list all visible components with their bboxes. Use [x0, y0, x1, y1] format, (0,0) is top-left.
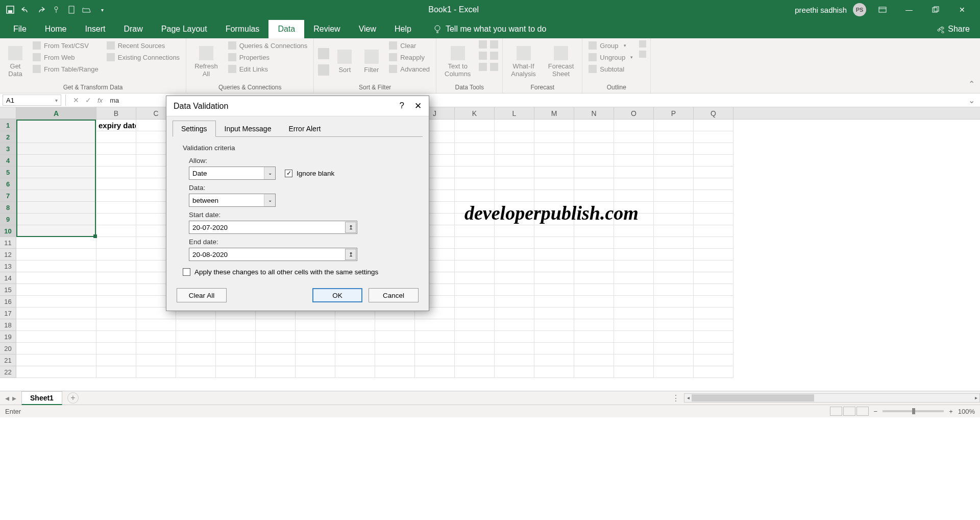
name-box[interactable]: A1 ▾	[3, 94, 61, 106]
cell[interactable]	[455, 366, 495, 378]
cell[interactable]	[694, 284, 733, 296]
reapply-button[interactable]: Reapply	[387, 52, 432, 62]
cell[interactable]	[614, 343, 654, 354]
cell[interactable]	[694, 272, 733, 284]
show-detail-icon[interactable]	[639, 40, 646, 48]
cell[interactable]	[415, 331, 455, 343]
cell[interactable]	[574, 272, 614, 284]
cell[interactable]	[415, 319, 455, 331]
cell[interactable]	[654, 190, 694, 202]
cell[interactable]	[455, 167, 495, 178]
apply-all-checkbox[interactable]: Apply these changes to all other cells w…	[183, 268, 412, 276]
cell[interactable]	[256, 354, 296, 366]
cell[interactable]	[96, 284, 136, 296]
cell[interactable]	[335, 366, 375, 378]
collapse-dialog-icon[interactable]: ↥	[345, 249, 356, 260]
cell[interactable]	[16, 190, 96, 202]
cell[interactable]	[96, 272, 136, 284]
properties-button[interactable]: Properties	[226, 52, 310, 62]
subtotal-button[interactable]: Subtotal	[586, 64, 635, 74]
cell[interactable]	[534, 155, 574, 167]
cell[interactable]	[495, 249, 534, 261]
cell[interactable]	[335, 354, 375, 366]
cell[interactable]	[455, 249, 495, 261]
cell[interactable]	[534, 366, 574, 378]
cell[interactable]	[614, 214, 654, 225]
from-table-range-button[interactable]: From Table/Range	[31, 64, 101, 74]
cell[interactable]	[534, 354, 574, 366]
row-header[interactable]: 19	[0, 331, 16, 343]
cell[interactable]	[455, 120, 495, 131]
page-break-view-icon[interactable]	[856, 407, 869, 416]
cell[interactable]	[614, 237, 654, 249]
user-avatar[interactable]: PS	[853, 3, 866, 16]
cell[interactable]	[96, 249, 136, 261]
row-header[interactable]: 8	[0, 202, 16, 214]
undo-icon[interactable]	[20, 5, 31, 15]
cell[interactable]	[614, 308, 654, 319]
cell[interactable]	[654, 143, 694, 155]
cell[interactable]	[574, 331, 614, 343]
cell[interactable]	[495, 131, 534, 143]
cell[interactable]	[694, 237, 733, 249]
cell[interactable]	[256, 319, 296, 331]
cell[interactable]	[495, 225, 534, 237]
cell[interactable]	[495, 237, 534, 249]
cell[interactable]	[534, 319, 574, 331]
tab-home[interactable]: Home	[36, 20, 76, 38]
row-header[interactable]: 10	[0, 225, 16, 237]
cell[interactable]	[495, 331, 534, 343]
tab-insert[interactable]: Insert	[76, 20, 114, 38]
end-date-input[interactable]: 20-08-2020 ↥	[189, 248, 357, 261]
row-header[interactable]: 12	[0, 249, 16, 261]
clear-all-button[interactable]: Clear All	[177, 288, 227, 302]
zoom-in-icon[interactable]: +	[949, 408, 953, 415]
cell[interactable]	[614, 366, 654, 378]
spreadsheet-grid[interactable]: ABCDEFGHIJKLMNOPQ 1manufacture dateexpir…	[0, 107, 980, 391]
row-header[interactable]: 7	[0, 190, 16, 202]
cell[interactable]	[654, 249, 694, 261]
cell[interactable]	[216, 366, 256, 378]
cell[interactable]	[694, 225, 733, 237]
cell[interactable]	[335, 343, 375, 354]
collapse-ribbon-icon[interactable]: ⌃	[968, 79, 975, 89]
refresh-all-button[interactable]: Refresh All	[190, 40, 222, 83]
cell[interactable]	[495, 319, 534, 331]
cell[interactable]	[455, 214, 495, 225]
zoom-out-icon[interactable]: −	[874, 408, 878, 415]
cell[interactable]	[96, 131, 136, 143]
cell[interactable]	[495, 272, 534, 284]
cell[interactable]	[96, 261, 136, 272]
cell[interactable]	[216, 331, 256, 343]
cell[interactable]	[296, 319, 335, 331]
cell[interactable]	[455, 331, 495, 343]
cell[interactable]	[574, 190, 614, 202]
cell[interactable]	[614, 296, 654, 308]
cell[interactable]	[16, 214, 96, 225]
cell[interactable]	[614, 272, 654, 284]
cell[interactable]	[136, 354, 176, 366]
sort-az-icon[interactable]	[318, 48, 329, 59]
cell[interactable]	[16, 155, 96, 167]
column-header[interactable]: N	[574, 107, 614, 119]
cell[interactable]	[16, 225, 96, 237]
chevron-down-icon[interactable]: ▾	[55, 98, 58, 103]
cell[interactable]	[574, 131, 614, 143]
cell[interactable]	[534, 296, 574, 308]
cell[interactable]	[694, 366, 733, 378]
cell[interactable]	[495, 167, 534, 178]
cell[interactable]	[694, 261, 733, 272]
cell[interactable]	[96, 319, 136, 331]
cell[interactable]	[654, 155, 694, 167]
normal-view-icon[interactable]	[830, 407, 842, 416]
cell[interactable]	[455, 225, 495, 237]
select-all-corner[interactable]	[0, 107, 16, 119]
cell[interactable]	[574, 366, 614, 378]
cell[interactable]	[614, 167, 654, 178]
cell[interactable]	[335, 319, 375, 331]
cell[interactable]	[16, 319, 96, 331]
cell[interactable]	[375, 354, 415, 366]
ok-button[interactable]: OK	[312, 288, 362, 302]
cell[interactable]	[694, 308, 733, 319]
cell[interactable]	[16, 343, 96, 354]
